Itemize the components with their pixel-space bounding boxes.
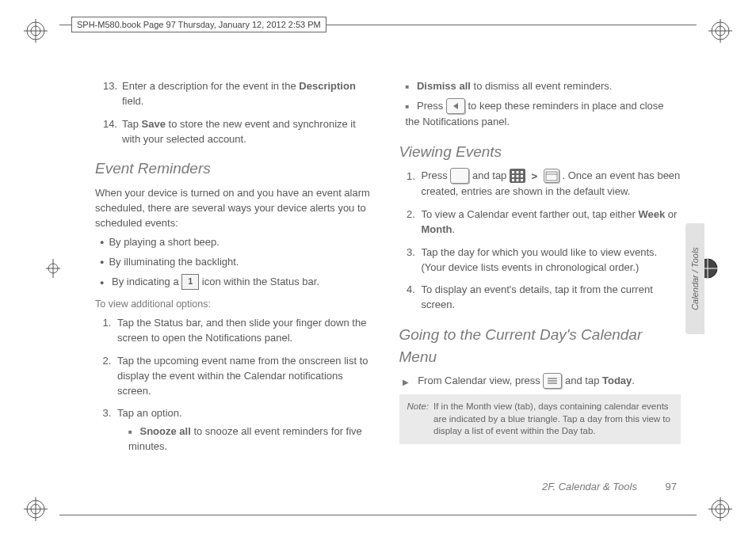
ordered-list: Press and tap > . Once an event has been… [399, 169, 682, 313]
page-footer: 2F. Calendar & Tools 97 [542, 481, 677, 492]
step-text: Enter a description for the event in the… [122, 79, 377, 109]
text: From Calendar view, press [418, 375, 543, 387]
right-column: Dismiss all to dismiss all event reminde… [399, 79, 682, 500]
crop-line-bottom [59, 515, 697, 515]
text: Press [417, 100, 446, 112]
text: . [452, 223, 455, 235]
heading-going-today: Going to the Current Day's Calendar Menu [399, 324, 682, 367]
step-text: Tap Save to store the new event and sync… [122, 117, 377, 147]
list-item: Tap the Status bar, and then slide your … [114, 316, 377, 346]
home-key-icon [450, 168, 469, 184]
register-mark-tl [24, 19, 48, 43]
svg-rect-26 [512, 175, 514, 177]
bold-text: Month [422, 223, 452, 235]
list-item: Press to keep these reminders in place a… [406, 99, 682, 130]
footer-section: 2F. Calendar & Tools [542, 481, 637, 492]
bold-text: Week [638, 208, 665, 220]
apps-grid-icon [510, 169, 525, 183]
list-item: By illuminating the backlight. [100, 255, 377, 270]
heading-event-reminders: Event Reminders [95, 158, 377, 180]
svg-rect-31 [521, 179, 523, 181]
text: Tap [122, 118, 142, 130]
subheading: To view additional options: [95, 297, 377, 311]
calendar-one-icon: 1 [181, 274, 199, 290]
ordered-list: Tap the Status bar, and then slide your … [95, 316, 377, 454]
list-item: By indicating a 1 icon within the Status… [100, 275, 377, 291]
text: or [665, 208, 677, 220]
list-item: Dismiss all to dismiss all event reminde… [406, 79, 682, 94]
page-content: 13. Enter a description for the event in… [95, 79, 681, 500]
heading-viewing-events: Viewing Events [399, 141, 682, 163]
text: To view a Calendar event farther out, ta… [422, 208, 639, 220]
register-mark-tr [708, 19, 732, 43]
list-item: By playing a short beep. [100, 235, 377, 250]
text: and tap [472, 170, 510, 182]
list-item: Press and tap > . Once an event has been… [418, 169, 682, 200]
square-list: Snooze all to snooze all event reminders… [117, 424, 377, 454]
side-tab-label: Calendar / Tools [690, 247, 700, 310]
bold-text: Today [602, 375, 632, 387]
text: . [632, 375, 635, 387]
text: and tap [565, 375, 602, 387]
side-tab: Calendar / Tools [685, 223, 704, 334]
bold-text: Snooze all [139, 425, 190, 437]
list-item: Snooze all to snooze all event reminders… [128, 424, 377, 454]
page-header: SPH-M580.book Page 97 Thursday, January … [71, 17, 326, 32]
menu-key-icon [543, 373, 562, 389]
svg-rect-30 [516, 179, 518, 181]
bold-text: Dismiss all [417, 80, 471, 92]
register-mark-ml [46, 259, 60, 281]
svg-rect-29 [512, 179, 514, 181]
note-box: Note: If in the Month view (tab), days c… [399, 394, 682, 444]
action-step: From Calendar view, press and tap Today. [399, 374, 682, 390]
text: Enter a description for the event in the [122, 80, 299, 92]
note-label: Note: [407, 401, 430, 438]
breadcrumb-sep: > [532, 170, 538, 182]
list-item: To display an event's details, tap it fr… [418, 283, 682, 313]
text: Tap an option. [117, 407, 182, 419]
step-number: 13. [95, 79, 122, 109]
svg-rect-28 [521, 175, 523, 177]
page-number: 97 [666, 481, 677, 492]
bold-text: Save [142, 118, 166, 130]
list-item: Tap the day for which you would like to … [418, 245, 682, 276]
text: to dismiss all event reminders. [471, 80, 612, 92]
svg-rect-23 [512, 171, 514, 173]
list-item: To view a Calendar event farther out, ta… [418, 207, 682, 238]
svg-rect-25 [521, 171, 523, 173]
text: Press [422, 170, 451, 182]
bold-text: Description [299, 80, 356, 92]
svg-rect-24 [516, 171, 518, 173]
left-column: 13. Enter a description for the event in… [95, 79, 377, 500]
calendar-app-icon [544, 169, 559, 183]
text: By indicating a [112, 276, 181, 288]
back-key-icon [446, 98, 465, 114]
bullet-list: By playing a short beep. By illuminating… [95, 235, 377, 291]
text: icon within the Status bar. [202, 276, 319, 288]
note-body: If in the Month view (tab), days contain… [433, 401, 673, 438]
intro-paragraph: When your device is turned on and you ha… [95, 186, 377, 231]
list-item: Tap an option. Snooze all to snooze all … [114, 406, 377, 454]
svg-rect-32 [546, 172, 557, 181]
svg-rect-27 [516, 175, 518, 177]
square-list: Dismiss all to dismiss all event reminde… [399, 79, 682, 130]
step-number: 14. [95, 117, 122, 147]
register-mark-br [708, 497, 732, 521]
text: field. [122, 95, 143, 107]
list-item: Tap the upcoming event name from the ons… [114, 354, 377, 399]
register-mark-bl [24, 497, 48, 521]
